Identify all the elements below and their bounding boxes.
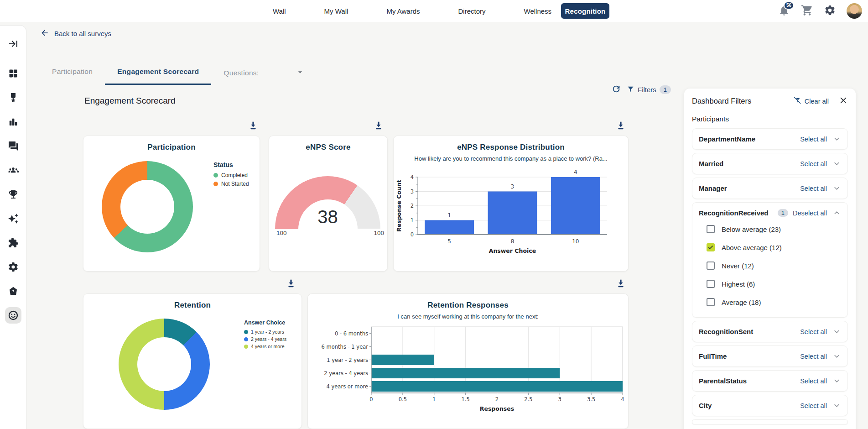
filter-group-Married[interactable]: MarriedSelect all	[692, 153, 848, 174]
sidebar-item-smiley[interactable]	[5, 307, 21, 324]
cart-icon	[801, 4, 813, 18]
close-icon	[839, 96, 848, 106]
filter-group-label: DepartmentName	[699, 135, 800, 143]
tab-engagement-scorecard[interactable]: Engagement Scorecard	[105, 68, 211, 85]
sidebar-item-bar-chart[interactable]	[5, 114, 21, 130]
enps-score-card: eNPS Score 38 −100 100	[269, 136, 388, 272]
select-all-link[interactable]: Select all	[800, 377, 827, 385]
nav-item-my-wall[interactable]: My Wall	[324, 7, 348, 15]
download-participation-chart-button[interactable]	[247, 120, 259, 132]
filter-group-DepartmentName[interactable]: DepartmentNameSelect all	[692, 128, 848, 150]
select-all-link[interactable]: Select all	[800, 328, 827, 335]
filters-button[interactable]: Filters 1	[627, 85, 671, 94]
clear-all-filters-button[interactable]: Clear all	[793, 96, 829, 106]
legend-title: Status	[213, 161, 249, 168]
filter-option-highest-6-[interactable]: Highest (6)	[699, 275, 841, 293]
filter-option-above-average-12-[interactable]: Above average (12)	[699, 238, 841, 256]
filter-option-below-average-23-[interactable]: Below average (23)	[699, 220, 841, 238]
filter-group-header[interactable]: RecognitionSentSelect all	[699, 327, 841, 336]
gauge-min-label: −100	[273, 230, 286, 236]
collapse-icon	[8, 38, 19, 49]
filter-group-header[interactable]: FullTimeSelect all	[699, 352, 841, 361]
filter-group-partial[interactable]	[692, 419, 848, 424]
filter-group-City[interactable]: CitySelect all	[692, 395, 848, 416]
notifications-button[interactable]: 56	[778, 5, 790, 18]
checkbox[interactable]	[707, 280, 715, 288]
legend-item-1-year-2-years: 1 year - 2 years	[244, 329, 286, 335]
select-all-link[interactable]: Select all	[800, 160, 827, 167]
cart-button[interactable]	[801, 4, 813, 18]
refresh-button[interactable]	[611, 84, 621, 95]
filter-group-header[interactable]: DepartmentNameSelect all	[699, 135, 841, 143]
select-all-link[interactable]: Select all	[800, 136, 827, 143]
sidebar-item-puzzle[interactable]	[5, 235, 21, 251]
filter-group-ParentalStatus[interactable]: ParentalStatusSelect all	[692, 370, 848, 392]
filter-group-header[interactable]: ManagerSelect all	[699, 184, 841, 193]
filter-option-never-12-[interactable]: Never (12)	[699, 256, 841, 275]
legend-label: 1 year - 2 years	[251, 329, 284, 335]
caret-down-icon	[296, 68, 305, 78]
filter-group-RecognitionSent[interactable]: RecognitionSentSelect all	[692, 321, 848, 342]
retention-responses-title: Retention Responses	[308, 301, 628, 310]
svg-text:0: 0	[411, 231, 414, 238]
participation-donut-chart	[102, 161, 193, 252]
checkbox[interactable]	[707, 243, 715, 251]
legend-swatch	[244, 330, 248, 334]
select-all-link[interactable]: Select all	[800, 185, 827, 192]
back-to-surveys-link[interactable]: Back to all surveys	[40, 28, 111, 39]
sidebar-item-medal[interactable]	[5, 89, 21, 106]
sidebar-item-trophy[interactable]	[5, 186, 21, 203]
gear-icon	[824, 5, 836, 17]
sidebar-item-people[interactable]	[5, 162, 21, 178]
download-enps-score-button[interactable]	[373, 120, 385, 132]
sidebar-item-gear[interactable]	[5, 259, 21, 275]
close-filters-button[interactable]	[839, 96, 848, 106]
sidebar-item-sparkles[interactable]	[5, 210, 21, 227]
filter-selected-count-badge: 1	[778, 209, 788, 217]
legend-swatch	[213, 182, 218, 186]
select-all-link[interactable]: Select all	[800, 353, 827, 360]
sidebar-item-chat[interactable]	[5, 138, 21, 154]
select-all-link[interactable]: Select all	[800, 402, 827, 409]
nav-item-directory[interactable]: Directory	[458, 7, 485, 15]
tab-participation[interactable]: Participation	[40, 68, 105, 85]
user-avatar[interactable]	[847, 3, 862, 19]
deselect-all-link[interactable]: Deselect all	[793, 209, 827, 217]
tab-questions-dropdown[interactable]: Questions:	[211, 68, 317, 85]
legend-label: 4 years or more	[251, 344, 285, 349]
download-retention-chart-button[interactable]	[285, 278, 297, 290]
filter-group-header[interactable]: MarriedSelect all	[699, 159, 841, 168]
settings-button[interactable]	[824, 5, 836, 17]
nav-item-wall[interactable]: Wall	[273, 7, 286, 15]
sidebar-item-shop[interactable]	[5, 283, 21, 299]
enps-distribution-title: eNPS Response Distribution	[394, 143, 628, 152]
checkbox[interactable]	[707, 262, 715, 270]
top-navbar: WallMy WallMy AwardsDirectoryWellness Re…	[0, 0, 868, 22]
nav-item-my-awards[interactable]: My Awards	[386, 7, 420, 15]
enps-score-title: eNPS Score	[269, 143, 387, 152]
sidebar-item-dashboard-grid[interactable]	[5, 65, 21, 82]
checkbox[interactable]	[707, 298, 715, 306]
filter-group-RecognitionReceived[interactable]: RecognitionReceived1Deselect allBelow av…	[692, 202, 848, 318]
filter-group-header[interactable]: CitySelect all	[699, 401, 841, 410]
filter-option-list: Below average (23)Above average (12)Neve…	[699, 217, 841, 311]
filter-option-average-18-[interactable]: Average (18)	[699, 293, 841, 311]
sidebar-item-collapse[interactable]	[5, 36, 21, 52]
filter-group-header[interactable]: ParentalStatusSelect all	[699, 377, 841, 385]
checkbox[interactable]	[707, 225, 715, 233]
download-retention-responses-button[interactable]	[615, 278, 627, 290]
bar-chart-icon	[8, 116, 19, 127]
svg-text:0.5: 0.5	[399, 396, 407, 403]
filter-group-Manager[interactable]: ManagerSelect all	[692, 178, 848, 199]
participation-legend: StatusCompletedNot Started	[213, 161, 249, 189]
nav-item-wellness[interactable]: Wellness	[524, 7, 552, 15]
enps-gauge-value: 38	[275, 207, 380, 227]
filter-group-header[interactable]: RecognitionReceived1Deselect all	[699, 209, 841, 217]
donut-hole	[120, 180, 174, 234]
svg-text:Responses: Responses	[480, 405, 514, 412]
filter-group-FullTime[interactable]: FullTimeSelect all	[692, 345, 848, 367]
clear-all-label: Clear all	[805, 98, 829, 105]
download-enps-distribution-button[interactable]	[615, 120, 627, 132]
dashboard-filters-panel: Dashboard Filters Clear all Participants…	[684, 89, 856, 429]
recognition-button[interactable]: Recognition	[561, 3, 609, 19]
